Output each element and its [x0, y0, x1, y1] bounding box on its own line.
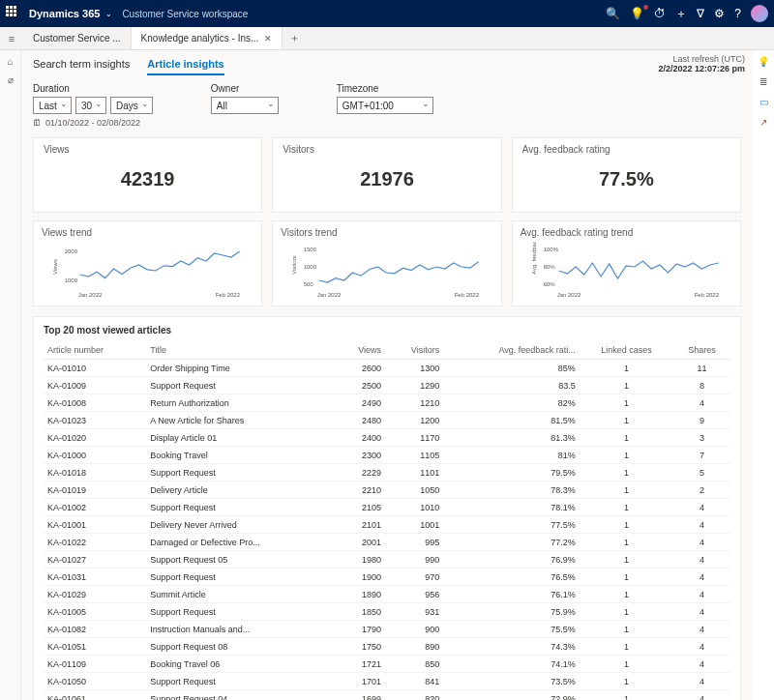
table-row[interactable]: KA-01018Support Request2229110179.5%15: [44, 464, 730, 481]
cell-visitors: 1105: [385, 447, 443, 464]
table-row[interactable]: KA-01031Support Request190097076.5%14: [44, 569, 730, 586]
cell-views: 2001: [336, 534, 385, 551]
cell-visitors: 900: [385, 621, 443, 638]
hamburger-icon[interactable]: ≡: [0, 27, 23, 49]
filter-icon[interactable]: ∇: [697, 7, 704, 20]
app-topbar: Dynamics 365 ⌄ Customer Service workspac…: [0, 0, 774, 27]
cell-feedback: 81.3%: [443, 429, 580, 447]
lightbulb-icon[interactable]: 💡: [758, 56, 769, 67]
views-trend-label: Views trend: [42, 227, 253, 238]
col-title[interactable]: Title: [146, 341, 336, 360]
cell-views: 2600: [336, 360, 385, 377]
clock-icon[interactable]: ⏱: [654, 7, 666, 20]
table-row[interactable]: KA-01109Booking Travel 06172185074.1%14: [44, 656, 730, 673]
cell-shares: 4: [673, 638, 730, 656]
duration-unit-select[interactable]: Days: [110, 97, 153, 114]
cell-title: Support Request: [146, 499, 336, 516]
page-tabs: Search term insights Article insights: [33, 58, 741, 75]
cell-linked: 1: [580, 638, 673, 656]
table-row[interactable]: KA-01005Support Request185093175.9%14: [44, 603, 730, 621]
table-row[interactable]: KA-01050Support Request170184173.5%14: [44, 673, 730, 690]
svg-text:1500: 1500: [304, 247, 317, 252]
table-row[interactable]: KA-01019Delivery Article2210105078.3%12: [44, 481, 730, 499]
views-trend-chart: Views 2000 1000 Jan 2022 Feb 2022: [42, 242, 253, 300]
duration-count-select[interactable]: 30: [75, 97, 106, 114]
tab-knowledge-analytics[interactable]: Knowledge analytics - Ins...✕: [132, 27, 283, 49]
svg-text:100%: 100%: [543, 247, 558, 252]
table-row[interactable]: KA-01000Booking Travel2300110581%17: [44, 447, 730, 464]
col-linked[interactable]: Linked cases: [580, 341, 673, 360]
col-visitors[interactable]: Visitors: [385, 341, 443, 360]
svg-text:Feb 2022: Feb 2022: [694, 292, 719, 298]
cell-feedback: 74.1%: [443, 656, 580, 673]
tab-customer-service[interactable]: Customer Service ...: [23, 27, 132, 49]
chevron-down-icon[interactable]: ⌄: [105, 10, 112, 18]
cell-article: KA-01002: [44, 499, 146, 516]
table-row[interactable]: KA-01027Support Request 05198099076.9%14: [44, 551, 730, 569]
cell-feedback: 77.2%: [443, 534, 580, 551]
table-row[interactable]: KA-01001Delivery Never Arrived2101100177…: [44, 516, 730, 534]
close-icon[interactable]: ✕: [264, 34, 272, 44]
cell-visitors: 990: [385, 551, 443, 569]
svg-text:2000: 2000: [65, 248, 78, 254]
cell-shares: 8: [673, 377, 730, 394]
cell-title: Booking Travel: [146, 447, 336, 464]
cell-shares: 9: [673, 412, 730, 429]
new-tab-button[interactable]: ＋: [283, 27, 306, 49]
cell-shares: 4: [673, 499, 730, 516]
table-row[interactable]: KA-01051Support Request 08175089074.3%14: [44, 638, 730, 656]
table-row[interactable]: KA-01061Support Request 04169982072.9%14: [44, 690, 730, 701]
tab-search-term-insights[interactable]: Search term insights: [33, 58, 130, 75]
cell-linked: 1: [580, 603, 673, 621]
table-row[interactable]: KA-01010Order Shipping Time2600130085%11…: [44, 360, 730, 377]
timezone-label: Timezone: [337, 83, 433, 94]
kpi-views-value: 42319: [44, 168, 252, 190]
svg-text:60%: 60%: [543, 281, 555, 287]
cell-visitors: 931: [385, 603, 443, 621]
gear-icon[interactable]: ⚙: [714, 7, 725, 20]
cell-shares: 4: [673, 551, 730, 569]
cell-visitors: 1210: [385, 394, 443, 412]
table-row[interactable]: KA-01022Damaged or Defective Pro...20019…: [44, 534, 730, 551]
table-row[interactable]: KA-01029Summit Article189095676.1%14: [44, 586, 730, 603]
share-icon[interactable]: ↗: [759, 117, 767, 128]
cell-feedback: 76.9%: [443, 551, 580, 569]
table-row[interactable]: KA-01008Return Authorization2490121082%1…: [44, 394, 730, 412]
table-row[interactable]: KA-01023A New Article for Shares24801200…: [44, 412, 730, 429]
owner-select[interactable]: All: [211, 97, 279, 114]
tab-article-insights[interactable]: Article insights: [147, 58, 223, 75]
search-icon[interactable]: 🔍: [606, 7, 620, 20]
waffle-icon[interactable]: [6, 6, 21, 21]
cell-feedback: 83.5: [443, 377, 580, 394]
cell-linked: 1: [580, 394, 673, 412]
cell-visitors: 841: [385, 673, 443, 690]
home-icon[interactable]: ⌂: [7, 56, 13, 67]
workspace-label: Customer Service workspace: [122, 9, 248, 19]
table-row[interactable]: KA-01002Support Request2105101078.1%14: [44, 499, 730, 516]
col-article[interactable]: Article number: [44, 341, 146, 360]
duration-mode-select[interactable]: Last: [33, 97, 72, 114]
date-range: 🗓 01/10/2022 - 02/08/2022: [33, 118, 153, 128]
kpi-visitors-label: Visitors: [283, 144, 491, 155]
help-icon[interactable]: ?: [734, 7, 741, 20]
chat-icon[interactable]: ▭: [759, 97, 768, 107]
col-views[interactable]: Views: [336, 341, 385, 360]
bulb-icon[interactable]: 💡: [630, 7, 644, 20]
cell-article: KA-01027: [44, 551, 146, 569]
refresh-time: 2/2/2022 12:07:26 pm: [658, 64, 745, 73]
table-row[interactable]: KA-01009Support Request2500129083.518: [44, 377, 730, 394]
col-shares[interactable]: Shares: [673, 341, 730, 360]
feedback-trend-chart: Avg. feedback rating 100% 80% 60% Jan 20…: [521, 242, 732, 300]
cell-linked: 1: [580, 377, 673, 394]
col-feedback[interactable]: Avg. feedback rati...: [443, 341, 580, 360]
timezone-select[interactable]: GMT+01:00: [337, 97, 433, 114]
pin-icon[interactable]: ⌀: [8, 74, 14, 85]
table-row[interactable]: KA-01082Instruction Manuals and...179090…: [44, 621, 730, 638]
brand-label[interactable]: Dynamics 365: [29, 8, 100, 19]
plus-icon[interactable]: ＋: [675, 6, 687, 22]
svg-text:80%: 80%: [543, 264, 555, 270]
cell-feedback: 74.3%: [443, 638, 580, 656]
avatar[interactable]: [751, 5, 768, 22]
list-icon[interactable]: ≣: [759, 76, 767, 87]
table-row[interactable]: KA-01020Display Article 012400117081.3%1…: [44, 429, 730, 447]
